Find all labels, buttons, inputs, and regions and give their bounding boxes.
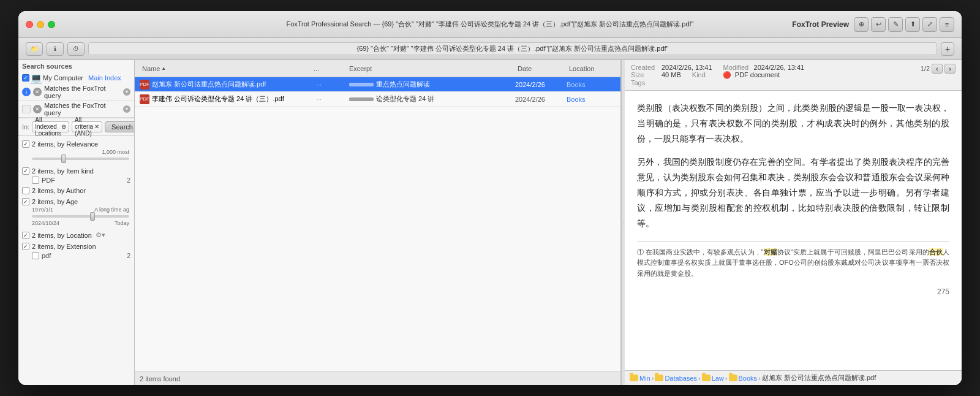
folder-icon-min [630,375,638,381]
result-location-1: Books [567,81,616,88]
indexed-locations-select[interactable]: All Indexed Locations ⊖ [32,121,69,132]
col-header-date[interactable]: Date [515,65,564,72]
page-next-btn[interactable]: › [944,64,956,74]
results-footer: 2 items found [135,371,620,385]
main-window: FoxTrot Professional Search — {69} "合伙" … [18,11,962,385]
source-row-computer[interactable]: ✓ 💻 My Computer Main Index [18,72,134,83]
results-count: 2 items found [140,375,180,383]
meta-created-value: 2024/2/26, 13:41 [662,64,712,71]
result-row-1[interactable]: PDF 赵旭东 新公司法重点热点问题解读.pdf ··· 重点热点问题解读 20… [135,77,620,92]
maximize-button[interactable] [48,21,55,28]
facet-item-kind-header[interactable]: 2 items, by Item kind [18,166,134,176]
search-in-label: In: [22,123,29,131]
breadcrumb-item-law[interactable]: Law [712,375,724,382]
col-header-location[interactable]: Location [567,65,616,72]
result-date-2: 2024/2/26 [515,96,564,103]
page-prev-btn[interactable]: ‹ [932,64,943,74]
facet-relevance-header[interactable]: 2 items, by Relevance [18,139,134,149]
search-criteria-container: i ✕ Matches the FoxTrot query ▾ ✕ Matche… [18,83,134,118]
facet-author-check[interactable] [22,187,29,194]
facet-age-title: 2 items, by Age [32,198,78,205]
facet-pdf-row[interactable]: PDF 2 [18,176,134,185]
folder-icon-law [702,375,710,381]
source-sub-label: Main Index [88,74,121,82]
facet-author: 2 items, by Author [18,186,134,196]
result-date-1: 2024/2/26 [515,81,564,88]
preview-back-btn[interactable]: ↩ [871,17,886,32]
result-ellipsis-2: ··· [316,96,347,103]
col-header-excerpt[interactable]: Excerpt [347,65,513,72]
toolbar-info-btn[interactable]: ℹ [47,42,64,56]
facet-relevance: 2 items, by Relevance 1,000 most [18,139,134,165]
facet-age-slider: 1970/1/1 A long time ag 2024/10/24 Today [18,207,134,229]
meta-size-label: Size [631,71,658,79]
main-content: Search sources ✓ 💻 My Computer Main Inde… [18,60,962,385]
breadcrumb-sep-4: › [758,375,761,382]
meta-row-size: Size 40 MB Kind 🔴 PDF document [631,71,804,79]
preview-add-btn[interactable]: ⊕ [854,17,869,32]
result-row-2[interactable]: PDF 李建伟 公司诉讼类型化专题 24 讲（三）.pdf ··· 讼类型化专题… [135,92,620,107]
facet-item-kind-check[interactable] [22,167,29,175]
criteria-icon-info: i [22,88,31,96]
gear-icon[interactable]: ⚙▾ [96,231,105,239]
criteria-row-1[interactable]: i ✕ Matches the FoxTrot query ▾ [18,83,134,101]
new-tab-btn[interactable]: + [941,42,954,56]
result-excerpt-2: 讼类型化专题 24 讲 [349,94,513,104]
facet-author-header[interactable]: 2 items, by Author [18,186,134,196]
criteria-remove-1[interactable]: ✕ [33,88,42,96]
facet-extension-header[interactable]: 2 items, by Extension [18,242,134,251]
facet-age-track[interactable] [32,215,129,218]
preview-edit-btn[interactable]: ✎ [888,17,903,32]
criteria-dropdown-1[interactable]: ▾ [123,88,130,96]
search-button[interactable]: Search [105,121,135,132]
meta-left: Created 2024/2/26, 13:41 Modified 2024/2… [631,64,804,86]
facet-location-title: 2 items, by Location [32,232,92,239]
facet-age: 2 items, by Age 1970/1/1 A long time ag … [18,197,134,229]
close-button[interactable] [26,21,33,28]
preview-label: FoxTrot Preview [792,20,849,29]
footnote-text: ① 在我国商业实践中，有较多观点认为，"对赌协议"实质上就属于可回赎股，阿里巴巴… [637,247,949,280]
preview-breadcrumb: Min › Databases › Law › Books › 赵旭东 新公司法… [630,373,876,383]
criteria-remove-2[interactable]: ✕ [33,105,42,113]
preview-para-2: 另外，我国的类别股制度仍存在完善的空间。有学者提出了类别股表决程序的完善意见，认… [637,154,949,232]
facet-extension-check[interactable] [22,243,29,250]
facet-extension: 2 items, by Extension pdf 2 [18,242,134,260]
meta-kind-value: PDF document [735,71,780,79]
page-number: 275 [637,286,949,298]
page-counter: 1/2 [921,65,930,72]
facet-relevance-check[interactable] [22,140,29,148]
toolbar-history-btn[interactable]: ⏱ [67,42,85,56]
source-checkbox-computer[interactable]: ✓ [22,74,29,82]
criteria-dropdown-2[interactable]: ▾ [123,105,130,113]
facet-item-kind-title: 2 items, by Item kind [32,167,94,175]
minimize-button[interactable] [37,21,44,28]
computer-icon: 💻 [32,74,40,82]
facet-age-header[interactable]: 2 items, by Age [18,197,134,207]
toolbar-folder-btn[interactable]: 📁 [26,42,43,56]
meta-row-created: Created 2024/2/26, 13:41 Modified 2024/2… [631,64,804,71]
facet-age-thumb[interactable] [90,212,95,221]
preview-share-btn[interactable]: ⬆ [905,17,920,32]
facet-ext-pdf-check[interactable] [32,252,39,259]
facet-pdf-check[interactable] [32,177,39,184]
preview-header: Created 2024/2/26, 13:41 Modified 2024/2… [625,60,962,91]
criteria-row-2[interactable]: ✕ Matches the FoxTrot query ▾ [18,101,134,118]
col-header-ellipsis[interactable]: ... [314,65,344,72]
breadcrumb-item-min[interactable]: Min [639,375,650,382]
breadcrumb-item-databases[interactable]: Databases [665,375,697,382]
search-in-row: In: All Indexed Locations ⊖ All criteria… [18,118,134,135]
criteria-label-1: Matches the FoxTrot query [44,85,121,99]
preview-fullscreen-btn[interactable]: ⤢ [922,17,937,32]
facet-relevance-track[interactable] [32,158,129,160]
facet-relevance-thumb[interactable] [61,154,66,163]
traffic-lights [26,21,55,28]
facet-age-check[interactable] [22,198,29,205]
criteria-type-select[interactable]: All criteria (AND) ✕ [72,121,102,132]
facet-location-header[interactable]: 2 items, by Location ⚙▾ [18,230,134,240]
facet-location-check[interactable] [22,232,29,239]
facet-pdf-count: 2 [127,177,130,184]
col-header-name[interactable]: Name ▲ [140,65,311,72]
preview-menu-btn[interactable]: ≡ [940,17,954,32]
breadcrumb-item-books[interactable]: Books [739,375,758,382]
facet-ext-pdf-row[interactable]: pdf 2 [18,251,134,260]
